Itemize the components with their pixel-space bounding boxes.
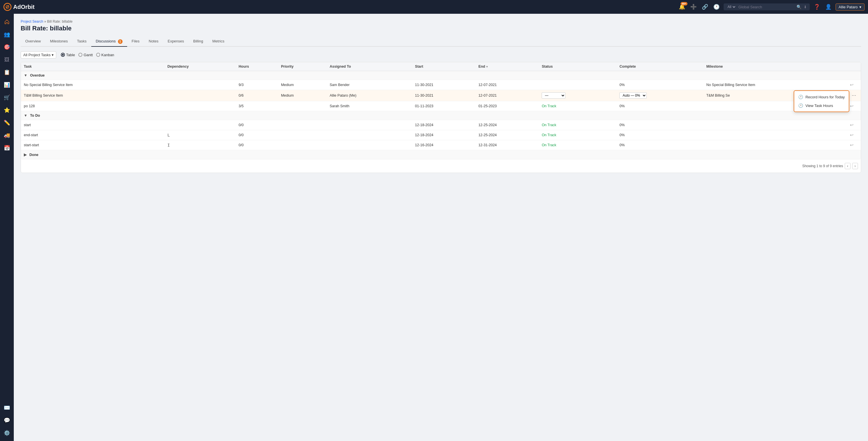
tab-billing[interactable]: Billing: [189, 37, 208, 47]
section-todo: ▼ To Do: [21, 111, 861, 120]
tab-expenses[interactable]: Expenses: [163, 37, 189, 47]
task-action-icon[interactable]: ↩: [850, 133, 854, 137]
sidebar-item-delivery[interactable]: 🚚: [1, 130, 12, 141]
sidebar-item-reports[interactable]: 📊: [1, 79, 12, 91]
tab-discussions[interactable]: Discussions 1: [91, 37, 127, 47]
end-date: 12-25-2024: [476, 120, 539, 130]
more-options-button[interactable]: ⋯: [850, 92, 858, 98]
on-track-badge: On Track: [541, 104, 556, 108]
task-name: No Special Billing Service Item: [21, 80, 164, 90]
done-toggle[interactable]: ▶: [24, 153, 27, 157]
user-menu-button[interactable]: Allie Pataro ▾: [836, 3, 865, 11]
sidebar-item-settings[interactable]: ⚙️: [1, 427, 12, 439]
todo-toggle[interactable]: ▼: [24, 113, 27, 117]
sidebar-item-calendar[interactable]: 📅: [1, 142, 12, 154]
table-row: end-start L 0/0 12-18-2024 12-25-2024 On…: [21, 130, 861, 140]
dependency: [164, 80, 236, 90]
status: On Track: [539, 130, 617, 140]
priority: Medium: [278, 80, 327, 90]
gantt-label: Gantt: [84, 53, 93, 57]
search-scope-select[interactable]: All: [726, 5, 736, 9]
status: On Track: [539, 101, 617, 111]
tab-notes[interactable]: Notes: [144, 37, 163, 47]
logo-circle: [3, 3, 11, 11]
task-action-icon[interactable]: ↩: [850, 103, 854, 108]
app-name: AdOrbit: [13, 4, 34, 10]
col-actions: [847, 62, 861, 71]
user-avatar-icon[interactable]: 👤: [824, 3, 833, 11]
milestone: No Special Billing Service Item: [704, 80, 847, 90]
sidebar-item-users[interactable]: 👥: [1, 29, 12, 40]
sidebar-item-edit[interactable]: ✏️: [1, 117, 12, 129]
sidebar-item-shop[interactable]: 🛒: [1, 92, 12, 103]
overdue-toggle[interactable]: ▼: [24, 73, 27, 77]
on-track-badge: On Track: [541, 143, 556, 147]
view-gantt-option[interactable]: Gantt: [79, 53, 93, 57]
assigned-to: Allie Pataro (Me): [327, 90, 412, 101]
table-row: start 0/0 12-18-2024 12-25-2024 On Track…: [21, 120, 861, 130]
task-action-icon[interactable]: ↩: [850, 142, 854, 147]
tab-tasks[interactable]: Tasks: [72, 37, 91, 47]
start-date: 11-30-2021: [412, 80, 476, 90]
status: [539, 80, 617, 90]
assigned-to: [327, 140, 412, 150]
record-hours-button[interactable]: 🕐 Record Hours for Today: [794, 93, 849, 101]
tab-milestones[interactable]: Milestones: [45, 37, 72, 47]
start-date: 12-18-2024: [412, 120, 476, 130]
start-date: 01-11-2023: [412, 101, 476, 111]
view-table-option[interactable]: Table: [61, 53, 75, 57]
overdue-label: Overdue: [30, 73, 45, 77]
task-action-icon[interactable]: ↩: [850, 82, 854, 87]
col-status: Status: [539, 62, 617, 71]
table-row: T&M Billing Service Item 0/6 Medium Alli…: [21, 90, 861, 101]
history-icon[interactable]: 🕐: [712, 3, 721, 11]
tab-overview[interactable]: Overview: [21, 37, 45, 47]
sidebar-item-media[interactable]: 🖼: [1, 54, 12, 65]
sidebar-item-home[interactable]: [1, 16, 12, 28]
task-action-icon[interactable]: ↩: [850, 123, 854, 127]
priority: Medium: [278, 90, 327, 101]
col-start: Start: [412, 62, 476, 71]
sidebar-item-orders[interactable]: 📋: [1, 67, 12, 78]
task-name: end-start: [21, 130, 164, 140]
link-icon[interactable]: 🔗: [701, 3, 709, 11]
priority: [278, 130, 327, 140]
breadcrumb-parent-link[interactable]: Project Search: [21, 20, 43, 24]
priority: [278, 101, 327, 111]
on-track-badge: On Track: [541, 133, 556, 137]
sidebar-item-mail[interactable]: ✉️: [1, 402, 12, 413]
pagination-prev[interactable]: ‹: [845, 163, 850, 169]
pagination-next[interactable]: ›: [852, 163, 858, 169]
global-search-input[interactable]: [739, 5, 794, 9]
app-logo[interactable]: AdOrbit: [3, 3, 34, 11]
breadcrumb-current: Bill Rate: billable: [47, 20, 73, 24]
view-kanban-option[interactable]: Kanban: [96, 53, 114, 57]
task-filter-select[interactable]: All Project Tasks ▾: [21, 51, 56, 59]
action-cell: ↩: [847, 80, 861, 90]
table-row: No Special Billing Service Item 9/3 Medi…: [21, 80, 861, 90]
tabs: Overview Milestones Tasks Discussions 1 …: [21, 37, 861, 47]
status-dropdown[interactable]: — On Track At Risk Behind: [541, 92, 565, 99]
start-date: 12-18-2024: [412, 130, 476, 140]
complete: 0%: [617, 130, 703, 140]
sidebar-item-chat[interactable]: 💬: [1, 415, 12, 426]
notifications-icon[interactable]: 🔔 99+: [678, 3, 686, 11]
main-content: Project Search » Bill Rate: billable Bil…: [14, 14, 868, 441]
tab-metrics[interactable]: Metrics: [208, 37, 229, 47]
tab-files[interactable]: Files: [127, 37, 144, 47]
complete-dropdown[interactable]: Auto — 0% 0% 25% 50% 100%: [619, 92, 647, 99]
table-label: Table: [66, 53, 75, 57]
add-icon[interactable]: ➕: [689, 3, 698, 11]
dependency: [164, 90, 236, 101]
popup-container: ⋯ 🕐 Record Hours for Today 🕐 View Task H…: [850, 93, 858, 98]
chevron-down-icon: ▾: [52, 53, 54, 57]
table-header-row: Task Dependency Hours Priority Assigned …: [21, 62, 861, 71]
sort-end-icon: ▾: [486, 65, 488, 68]
sidebar-item-targets[interactable]: 🎯: [1, 41, 12, 53]
view-task-hours-button[interactable]: 🕐 View Task Hours: [794, 101, 849, 110]
section-done: ▶ Done: [21, 150, 861, 159]
help-icon[interactable]: ❓: [813, 3, 821, 11]
breadcrumb-separator: »: [44, 20, 47, 24]
sidebar-item-starred[interactable]: ⭐: [1, 104, 12, 116]
task-name: T&M Billing Service Item: [21, 90, 164, 101]
